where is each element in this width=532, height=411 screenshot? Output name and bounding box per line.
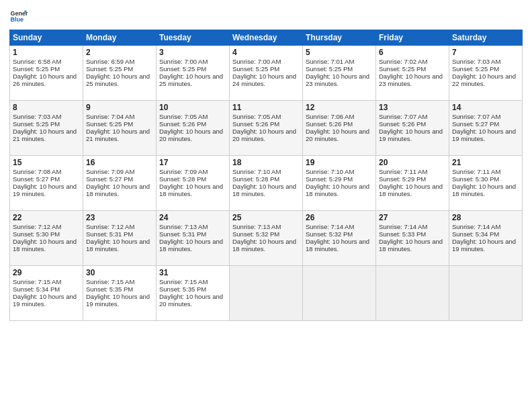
day-number: 9 <box>86 103 153 112</box>
sunrise-text: Sunrise: 7:02 AM <box>379 58 427 65</box>
daylight-text: Daylight: 10 hours and 20 minutes. <box>159 128 223 142</box>
daylight-text: Daylight: 10 hours and 19 minutes. <box>13 293 77 308</box>
svg-text:Blue: Blue <box>10 16 24 23</box>
sunset-text: Sunset: 5:25 PM <box>86 65 133 73</box>
sunset-text: Sunset: 5:25 PM <box>13 120 60 128</box>
sunset-text: Sunset: 5:34 PM <box>13 285 60 293</box>
sunrise-text: Sunrise: 7:15 AM <box>86 278 134 285</box>
sunrise-text: Sunrise: 7:14 AM <box>379 223 427 230</box>
daylight-text: Daylight: 10 hours and 26 minutes. <box>13 73 77 87</box>
sunrise-text: Sunrise: 7:14 AM <box>306 223 354 230</box>
day-number: 4 <box>232 48 300 57</box>
week-row-1: 1Sunrise: 6:58 AMSunset: 5:25 PMDaylight… <box>10 46 523 101</box>
day-cell: 28Sunrise: 7:14 AMSunset: 5:34 PMDayligh… <box>449 211 523 266</box>
day-cell: 6Sunrise: 7:02 AMSunset: 5:25 PMDaylight… <box>376 46 449 101</box>
daylight-text: Daylight: 10 hours and 21 minutes. <box>13 128 77 142</box>
sunset-text: Sunset: 5:25 PM <box>452 65 499 73</box>
header: General Blue <box>9 7 523 26</box>
day-number: 6 <box>379 48 446 57</box>
daylight-text: Daylight: 10 hours and 21 minutes. <box>86 128 150 142</box>
sunrise-text: Sunrise: 7:10 AM <box>306 168 354 175</box>
day-cell: 17Sunrise: 7:09 AMSunset: 5:28 PMDayligh… <box>157 156 230 211</box>
daylight-text: Daylight: 10 hours and 25 minutes. <box>159 73 223 87</box>
sunset-text: Sunset: 5:25 PM <box>232 65 279 73</box>
sunset-text: Sunset: 5:29 PM <box>379 175 426 183</box>
daylight-text: Daylight: 10 hours and 18 minutes. <box>159 183 223 197</box>
week-row-4: 22Sunrise: 7:12 AMSunset: 5:30 PMDayligh… <box>10 211 523 266</box>
day-cell: 19Sunrise: 7:10 AMSunset: 5:29 PMDayligh… <box>303 156 376 211</box>
day-number: 16 <box>86 158 153 167</box>
sunrise-text: Sunrise: 7:11 AM <box>452 168 500 175</box>
sunset-text: Sunset: 5:27 PM <box>13 175 60 183</box>
page-container: General Blue SundayMondayTuesdayWednesda… <box>0 0 532 326</box>
sunrise-text: Sunrise: 7:05 AM <box>159 113 208 120</box>
daylight-text: Daylight: 10 hours and 18 minutes. <box>232 238 296 253</box>
sunset-text: Sunset: 5:27 PM <box>452 120 499 128</box>
sunset-text: Sunset: 5:25 PM <box>306 65 353 73</box>
day-cell <box>376 266 449 321</box>
logo: General Blue <box>9 7 28 26</box>
daylight-text: Daylight: 10 hours and 18 minutes. <box>86 238 150 253</box>
sunset-text: Sunset: 5:35 PM <box>159 285 206 293</box>
col-header-monday: Monday <box>83 30 157 46</box>
sunset-text: Sunset: 5:31 PM <box>86 230 133 238</box>
daylight-text: Daylight: 10 hours and 18 minutes. <box>306 238 369 253</box>
day-number: 2 <box>86 48 153 57</box>
day-cell: 10Sunrise: 7:05 AMSunset: 5:26 PMDayligh… <box>157 101 230 156</box>
day-number: 30 <box>86 268 153 277</box>
sunset-text: Sunset: 5:30 PM <box>13 230 60 238</box>
day-cell: 27Sunrise: 7:14 AMSunset: 5:33 PMDayligh… <box>376 211 449 266</box>
day-number: 1 <box>13 48 80 57</box>
day-number: 27 <box>379 213 446 222</box>
day-cell: 2Sunrise: 6:59 AMSunset: 5:25 PMDaylight… <box>83 46 157 101</box>
sunrise-text: Sunrise: 7:06 AM <box>306 113 354 120</box>
col-header-thursday: Thursday <box>303 30 376 46</box>
sunrise-text: Sunrise: 7:12 AM <box>86 223 134 230</box>
day-cell: 8Sunrise: 7:03 AMSunset: 5:25 PMDaylight… <box>10 101 83 156</box>
day-number: 11 <box>232 103 300 112</box>
sunrise-text: Sunrise: 7:09 AM <box>159 168 208 175</box>
week-row-2: 8Sunrise: 7:03 AMSunset: 5:25 PMDaylight… <box>10 101 523 156</box>
day-cell: 22Sunrise: 7:12 AMSunset: 5:30 PMDayligh… <box>10 211 83 266</box>
day-number: 20 <box>379 158 446 167</box>
col-header-saturday: Saturday <box>449 30 523 46</box>
sunset-text: Sunset: 5:32 PM <box>306 230 353 238</box>
sunrise-text: Sunrise: 7:12 AM <box>13 223 61 230</box>
day-cell: 11Sunrise: 7:05 AMSunset: 5:26 PMDayligh… <box>230 101 303 156</box>
day-cell: 14Sunrise: 7:07 AMSunset: 5:27 PMDayligh… <box>449 101 523 156</box>
day-number: 28 <box>452 213 519 222</box>
day-cell: 4Sunrise: 7:00 AMSunset: 5:25 PMDaylight… <box>230 46 303 101</box>
col-header-wednesday: Wednesday <box>230 30 303 46</box>
logo-icon: General Blue <box>9 7 28 26</box>
day-cell: 20Sunrise: 7:11 AMSunset: 5:29 PMDayligh… <box>376 156 449 211</box>
daylight-text: Daylight: 10 hours and 18 minutes. <box>306 183 369 197</box>
col-header-tuesday: Tuesday <box>157 30 230 46</box>
daylight-text: Daylight: 10 hours and 20 minutes. <box>159 293 223 308</box>
daylight-text: Daylight: 10 hours and 24 minutes. <box>232 73 296 87</box>
col-header-friday: Friday <box>376 30 449 46</box>
day-number: 13 <box>379 103 446 112</box>
day-cell: 21Sunrise: 7:11 AMSunset: 5:30 PMDayligh… <box>449 156 523 211</box>
col-header-sunday: Sunday <box>10 30 83 46</box>
day-cell: 29Sunrise: 7:15 AMSunset: 5:34 PMDayligh… <box>10 266 83 321</box>
day-number: 31 <box>159 268 226 277</box>
daylight-text: Daylight: 10 hours and 18 minutes. <box>452 183 516 197</box>
daylight-text: Daylight: 10 hours and 19 minutes. <box>379 128 443 142</box>
week-row-5: 29Sunrise: 7:15 AMSunset: 5:34 PMDayligh… <box>10 266 523 321</box>
day-number: 29 <box>13 268 80 277</box>
daylight-text: Daylight: 10 hours and 19 minutes. <box>452 238 516 253</box>
day-cell: 15Sunrise: 7:08 AMSunset: 5:27 PMDayligh… <box>10 156 83 211</box>
day-number: 22 <box>13 213 80 222</box>
daylight-text: Daylight: 10 hours and 18 minutes. <box>379 238 443 253</box>
daylight-text: Daylight: 10 hours and 18 minutes. <box>13 238 77 253</box>
day-cell: 24Sunrise: 7:13 AMSunset: 5:31 PMDayligh… <box>157 211 230 266</box>
day-number: 10 <box>159 103 226 112</box>
sunset-text: Sunset: 5:25 PM <box>86 120 133 128</box>
sunrise-text: Sunrise: 7:03 AM <box>13 113 61 120</box>
day-cell: 3Sunrise: 7:00 AMSunset: 5:25 PMDaylight… <box>157 46 230 101</box>
day-number: 25 <box>232 213 300 222</box>
day-cell: 25Sunrise: 7:13 AMSunset: 5:32 PMDayligh… <box>230 211 303 266</box>
sunset-text: Sunset: 5:25 PM <box>159 65 206 73</box>
sunrise-text: Sunrise: 6:58 AM <box>13 58 61 65</box>
day-cell: 16Sunrise: 7:09 AMSunset: 5:27 PMDayligh… <box>83 156 157 211</box>
